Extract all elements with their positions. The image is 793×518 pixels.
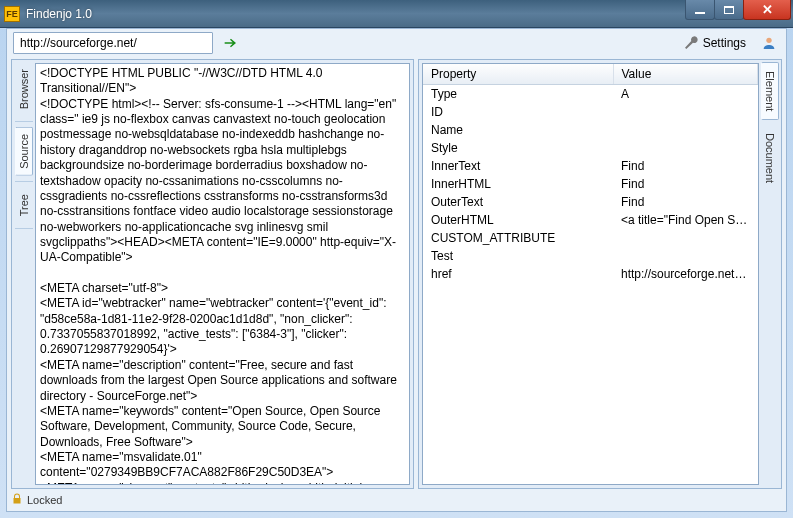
col-property[interactable]: Property [423,64,613,85]
table-row[interactable]: OuterHTML<a title="Find Open Sour... [423,211,758,229]
lock-icon [11,493,23,507]
table-row[interactable]: hrefhttp://sourceforge.net/d... [423,265,758,283]
window-title: Findenjo 1.0 [26,7,92,21]
go-button[interactable] [219,32,241,54]
property-value [613,229,758,247]
property-value: Find [613,193,758,211]
property-value [613,121,758,139]
property-value: A [613,85,758,104]
table-row[interactable]: CUSTOM_ATTRIBUTE [423,229,758,247]
tab-separator [15,121,33,122]
close-button[interactable]: ✕ [743,0,791,20]
titlebar: FE Findenjo 1.0 ✕ [0,0,793,28]
table-row[interactable]: ID [423,103,758,121]
settings-label: Settings [703,36,746,50]
status-text: Locked [27,494,62,506]
settings-button[interactable]: Settings [677,32,752,54]
property-key: Type [423,85,613,104]
url-input[interactable] [13,32,213,54]
property-key: OuterHTML [423,211,613,229]
table-row[interactable]: Style [423,139,758,157]
maximize-button[interactable] [714,0,744,20]
svg-point-0 [766,38,771,43]
property-key: Name [423,121,613,139]
table-row[interactable]: Name [423,121,758,139]
tab-element[interactable]: Element [761,62,779,120]
table-row[interactable]: InnerTextFind [423,157,758,175]
property-value [613,103,758,121]
property-key: Style [423,139,613,157]
table-row[interactable]: OuterTextFind [423,193,758,211]
property-key: InnerText [423,157,613,175]
property-value: http://sourceforge.net/d... [613,265,758,283]
property-key: OuterText [423,193,613,211]
tab-separator [15,181,33,182]
toolbar: Settings [7,29,786,57]
tab-source[interactable]: Source [15,127,33,176]
source-text[interactable]: <!DOCTYPE HTML PUBLIC "-//W3C//DTD HTML … [36,64,409,484]
source-view: <!DOCTYPE HTML PUBLIC "-//W3C//DTD HTML … [35,63,410,485]
property-value: Find [613,157,758,175]
right-pane: Property Value TypeAIDNameStyleInnerText… [418,59,782,489]
property-grid[interactable]: Property Value TypeAIDNameStyleInnerText… [422,63,759,485]
content-area: Browser Source Tree <!DOCTYPE HTML PUBLI… [11,59,782,489]
tab-separator [15,228,33,229]
property-table: Property Value TypeAIDNameStyleInnerText… [423,64,758,283]
property-key: Test [423,247,613,265]
property-key: CUSTOM_ATTRIBUTE [423,229,613,247]
property-key: InnerHTML [423,175,613,193]
table-row[interactable]: Test [423,247,758,265]
property-value: Find [613,175,758,193]
arrow-right-icon [222,35,238,51]
tab-tree[interactable]: Tree [15,187,33,223]
tab-browser[interactable]: Browser [15,62,33,116]
property-key: href [423,265,613,283]
user-button[interactable] [758,32,780,54]
tab-document[interactable]: Document [761,124,779,192]
window-client-area: Settings Browser Source Tree <!DOCTYPE H… [6,28,787,512]
statusbar: Locked [11,491,782,509]
property-value: <a title="Find Open Sour... [613,211,758,229]
table-row[interactable]: TypeA [423,85,758,104]
property-value [613,247,758,265]
col-value[interactable]: Value [613,64,758,85]
left-tabstrip: Browser Source Tree [12,60,35,488]
app-icon: FE [4,6,20,22]
wrench-icon [683,35,699,51]
property-key: ID [423,103,613,121]
left-pane: Browser Source Tree <!DOCTYPE HTML PUBLI… [11,59,414,489]
property-value [613,139,758,157]
table-row[interactable]: InnerHTMLFind [423,175,758,193]
user-icon [761,35,777,51]
right-tabstrip: Element Document [759,60,781,488]
minimize-button[interactable] [685,0,715,20]
